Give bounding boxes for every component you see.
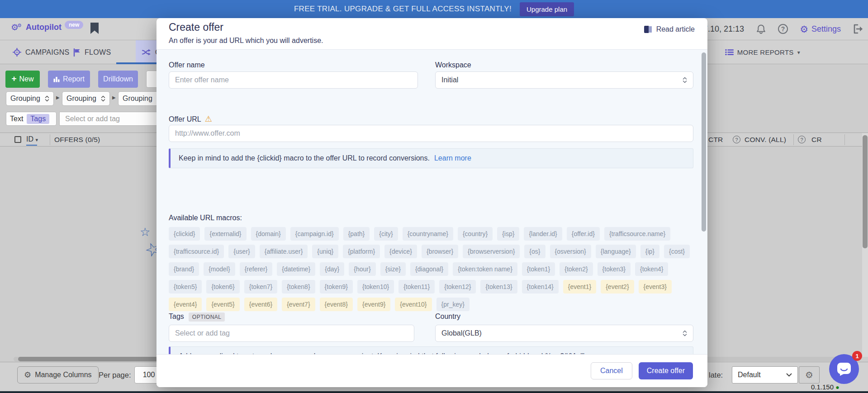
macro-chip[interactable]: {event5} [206,298,239,311]
macro-chip[interactable]: {diagonal} [410,262,448,276]
grouping-select-1[interactable]: Grouping [6,91,54,106]
macro-chip[interactable]: {event8} [320,298,353,311]
macro-chip[interactable]: {affiliate.user} [260,245,308,258]
macro-chip[interactable]: {token:token name} [453,262,517,276]
macro-chip[interactable]: {isp} [497,227,519,241]
text-mode-toggle[interactable]: Text [10,115,23,123]
column-ctr[interactable]: CTR [708,136,723,144]
macro-chip[interactable]: {browser} [422,245,458,258]
macro-chip[interactable]: {uniq} [312,245,338,258]
tags-mode-toggle[interactable]: Tags [27,114,49,124]
offer-name-input[interactable] [169,71,418,89]
notifications-bell-icon[interactable] [756,24,766,34]
cancel-button[interactable]: Cancel [591,362,632,379]
macro-chip[interactable]: {event2} [601,280,634,294]
macro-chip[interactable]: {domain} [251,227,286,241]
macro-chip[interactable]: {token4} [635,262,668,276]
template-settings-button[interactable]: ⚙ [799,366,820,384]
manage-columns-button[interactable]: ⚙ Manage Columns [17,366,99,384]
tab-flows[interactable]: FLOWS [67,40,117,64]
macro-chip[interactable]: {event7} [282,298,315,311]
macro-chip[interactable]: {browserversion} [463,245,520,258]
macro-chip[interactable]: {event4} [169,298,202,311]
macro-chip[interactable]: {campaign.id} [290,227,339,241]
macro-chip[interactable]: {trafficsource.name} [604,227,670,241]
macro-chip[interactable]: {token10} [357,280,394,294]
macro-chip[interactable]: {token9} [320,280,353,294]
macro-chip[interactable]: {model} [204,262,235,276]
macro-chip[interactable]: {event6} [244,298,277,311]
macro-chip[interactable]: {osversion} [550,245,591,258]
help-icon[interactable]: ? [778,24,788,34]
macro-chip[interactable]: {language} [596,245,636,258]
macro-chip[interactable]: {ip} [640,245,659,258]
macro-chip[interactable]: {size} [380,262,406,276]
new-button[interactable]: + New [5,71,40,88]
drilldown-button[interactable]: Drilldown [98,71,138,88]
tags-input[interactable] [169,325,414,342]
macro-chip[interactable]: {token7} [244,280,277,294]
grouping-select-2[interactable]: Grouping [62,91,110,106]
country-select[interactable]: Global(GLB) [435,325,693,342]
macro-chip[interactable]: {externalid} [204,227,246,241]
macro-chip[interactable]: {token3} [598,262,631,276]
template-select[interactable]: Default [732,366,798,384]
macro-chip[interactable]: {lander.id} [524,227,562,241]
autopilot-link[interactable]: ⚙⚙ Autopilot new [11,23,83,32]
macro-chip[interactable]: {os} [524,245,545,258]
macro-chip[interactable]: {token1} [522,262,555,276]
macro-chip[interactable]: {token13} [480,280,517,294]
macro-chip[interactable]: {event9} [357,298,390,311]
macro-chip[interactable]: {cost} [664,245,690,258]
tab-campaigns[interactable]: CAMPAIGNS [6,40,76,64]
help-circle-icon[interactable]: ? [798,136,806,143]
macro-chip[interactable]: {hour} [349,262,375,276]
bookmark-icon[interactable] [90,23,99,34]
create-offer-button[interactable]: Create offer [639,362,693,379]
column-offers[interactable]: OFFERS (0/5) [54,136,100,144]
macro-chip[interactable]: {day} [320,262,344,276]
learn-more-link[interactable]: Learn more [434,154,471,162]
macro-chip[interactable]: {city} [374,227,398,241]
more-reports-button[interactable]: MORE REPORTS ▾ [725,40,800,64]
macro-chip[interactable]: {event3} [639,280,672,294]
macro-chip[interactable]: {brand} [169,262,199,276]
vertical-scrollbar-thumb[interactable] [863,135,868,248]
offer-url-input[interactable] [169,125,693,142]
macro-chip[interactable]: {platform} [343,245,380,258]
modal-scrollbar[interactable] [702,52,706,385]
report-button[interactable]: Report [48,71,90,88]
column-id[interactable]: ID ▾ [26,135,38,143]
select-all-checkbox[interactable] [14,136,21,143]
modal-scrollbar-thumb[interactable] [702,52,706,232]
macro-chip[interactable]: {token11} [398,280,435,294]
macro-chip[interactable]: {token6} [206,280,239,294]
macro-chip[interactable]: {event1} [563,280,596,294]
macro-chip[interactable]: {pr_key} [436,298,470,311]
workspace-select[interactable]: Initial [435,71,693,89]
macro-chip[interactable]: {referer} [240,262,273,276]
upgrade-plan-button[interactable]: Upgrade plan [520,2,574,16]
macro-chip[interactable]: {country} [458,227,493,241]
column-cr[interactable]: CR [811,136,822,144]
column-conv-all[interactable]: CONV. (ALL) [745,136,786,144]
read-article-link[interactable]: Read article [644,25,695,33]
macro-chip[interactable]: {clickid} [169,227,200,241]
macro-chip[interactable]: {event10} [395,298,432,311]
macro-chip[interactable]: {token12} [439,280,476,294]
logout-icon[interactable] [853,24,864,34]
macro-chip[interactable]: {countryname} [403,227,453,241]
settings-button[interactable]: ⚙ Settings [800,24,841,34]
help-circle-icon[interactable]: ? [733,136,740,143]
macro-chip[interactable]: {token5} [169,280,202,294]
vertical-scrollbar[interactable] [862,133,868,357]
macro-chip[interactable]: {trafficsource.id} [169,245,224,258]
macro-chip[interactable]: {offer.id} [567,227,600,241]
macro-chip[interactable]: {path} [343,227,370,241]
macro-chip[interactable]: {device} [384,245,417,258]
macro-chip[interactable]: {datetime} [277,262,315,276]
macro-chip[interactable]: {token8} [282,280,315,294]
macro-chip[interactable]: {token14} [522,280,559,294]
macro-chip[interactable]: {user} [228,245,255,258]
macro-chip[interactable]: {token2} [560,262,593,276]
